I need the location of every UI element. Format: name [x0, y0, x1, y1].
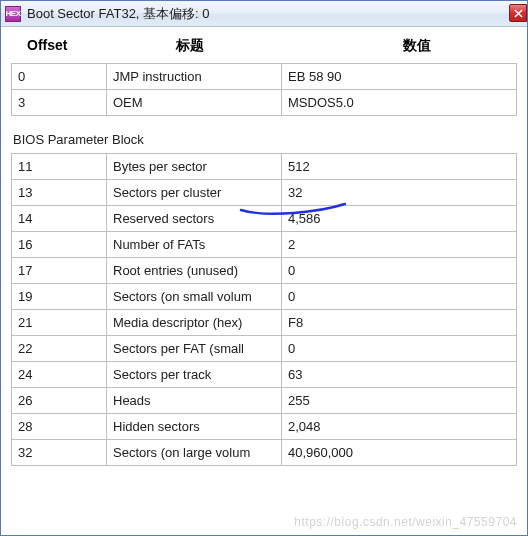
cell-title: OEM	[107, 90, 282, 116]
cell-title: Sectors (on large volum	[107, 440, 282, 466]
cell-offset: 32	[12, 440, 107, 466]
header-value: 数值	[317, 37, 517, 55]
table-row[interactable]: 17Root entries (unused)0	[12, 258, 517, 284]
cell-value: EB 58 90	[282, 64, 517, 90]
cell-value: 32	[282, 180, 517, 206]
cell-title: Sectors per cluster	[107, 180, 282, 206]
close-icon	[514, 9, 523, 18]
section1-table: 0JMP instructionEB 58 903OEMMSDOS5.0	[11, 63, 517, 116]
cell-title: Reserved sectors	[107, 206, 282, 232]
window-title: Boot Sector FAT32, 基本偏移: 0	[27, 5, 210, 23]
titlebar: HEX Boot Sector FAT32, 基本偏移: 0	[1, 1, 527, 27]
cell-offset: 28	[12, 414, 107, 440]
cell-value: 255	[282, 388, 517, 414]
cell-offset: 14	[12, 206, 107, 232]
cell-title: Root entries (unused)	[107, 258, 282, 284]
table-row[interactable]: 32Sectors (on large volum40,960,000	[12, 440, 517, 466]
cell-value: F8	[282, 310, 517, 336]
cell-value: 4,586	[282, 206, 517, 232]
table-row[interactable]: 26Heads255	[12, 388, 517, 414]
cell-value: 0	[282, 284, 517, 310]
table-row[interactable]: 28Hidden sectors2,048	[12, 414, 517, 440]
table-row[interactable]: 3OEMMSDOS5.0	[12, 90, 517, 116]
cell-title: Sectors per track	[107, 362, 282, 388]
cell-offset: 19	[12, 284, 107, 310]
table-row[interactable]: 21Media descriptor (hex)F8	[12, 310, 517, 336]
cell-value: MSDOS5.0	[282, 90, 517, 116]
cell-title: Number of FATs	[107, 232, 282, 258]
cell-value: 2	[282, 232, 517, 258]
table-row[interactable]: 0JMP instructionEB 58 90	[12, 64, 517, 90]
column-headers: Offset 标题 数值	[11, 33, 517, 63]
close-button[interactable]	[509, 4, 527, 22]
table-row[interactable]: 13Sectors per cluster32	[12, 180, 517, 206]
cell-title: Media descriptor (hex)	[107, 310, 282, 336]
section2-label: BIOS Parameter Block	[13, 132, 517, 147]
table-row[interactable]: 24Sectors per track63	[12, 362, 517, 388]
table-row[interactable]: 16Number of FATs2	[12, 232, 517, 258]
cell-offset: 17	[12, 258, 107, 284]
cell-value: 512	[282, 154, 517, 180]
cell-offset: 13	[12, 180, 107, 206]
header-offset: Offset	[11, 37, 111, 55]
cell-offset: 16	[12, 232, 107, 258]
cell-offset: 22	[12, 336, 107, 362]
cell-offset: 3	[12, 90, 107, 116]
app-icon-text: HEX	[6, 10, 21, 18]
cell-value: 40,960,000	[282, 440, 517, 466]
cell-title: Bytes per sector	[107, 154, 282, 180]
cell-offset: 0	[12, 64, 107, 90]
content-area: Offset 标题 数值 0JMP instructionEB 58 903OE…	[1, 27, 527, 476]
section2-table: 11Bytes per sector51213Sectors per clust…	[11, 153, 517, 466]
watermark: https://blog.csdn.net/weixin_47559704	[294, 515, 517, 529]
cell-value: 2,048	[282, 414, 517, 440]
cell-offset: 26	[12, 388, 107, 414]
cell-title: Sectors per FAT (small	[107, 336, 282, 362]
app-icon: HEX	[5, 6, 21, 22]
cell-value: 0	[282, 258, 517, 284]
cell-title: Hidden sectors	[107, 414, 282, 440]
table-row[interactable]: 19Sectors (on small volum0	[12, 284, 517, 310]
window-frame: HEX Boot Sector FAT32, 基本偏移: 0 Offset 标题…	[0, 0, 528, 536]
table-row[interactable]: 11Bytes per sector512	[12, 154, 517, 180]
cell-title: JMP instruction	[107, 64, 282, 90]
cell-value: 63	[282, 362, 517, 388]
cell-value: 0	[282, 336, 517, 362]
cell-offset: 24	[12, 362, 107, 388]
cell-offset: 21	[12, 310, 107, 336]
cell-offset: 11	[12, 154, 107, 180]
header-title: 标题	[111, 37, 317, 55]
table-row[interactable]: 22Sectors per FAT (small0	[12, 336, 517, 362]
cell-title: Sectors (on small volum	[107, 284, 282, 310]
cell-title: Heads	[107, 388, 282, 414]
table-row[interactable]: 14Reserved sectors4,586	[12, 206, 517, 232]
